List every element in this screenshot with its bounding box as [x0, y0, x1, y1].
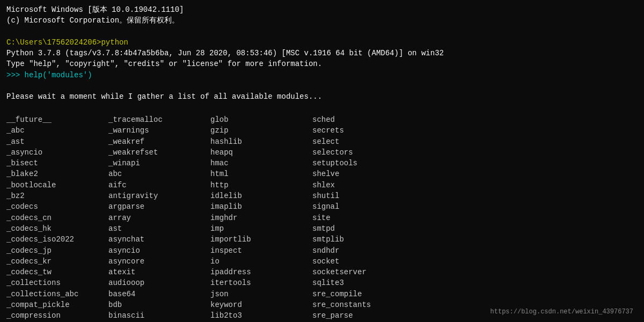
python-info-line: Type "help", "copyright", "credits" or "… [6, 58, 638, 69]
module-item: ipaddress [210, 267, 312, 277]
module-item: http [210, 180, 312, 191]
module-item: sre_compile [312, 289, 414, 299]
module-item: _warnings [108, 125, 210, 136]
module-item: signal [312, 201, 414, 212]
module-item: ast [108, 223, 210, 234]
module-item: asyncore [108, 256, 210, 267]
module-item: inspect [210, 245, 312, 256]
module-item: asynchat [108, 234, 210, 245]
module-item: imp [210, 223, 312, 234]
module-item: json [210, 289, 312, 299]
module-item: _bootlocale [6, 180, 108, 191]
module-item: sre_parse [312, 310, 414, 321]
module-item: _tracemalloc [108, 114, 210, 125]
module-item: _codecs_cn [6, 213, 108, 223]
module-item: _codecs [6, 201, 108, 212]
module-item: atexit [108, 267, 210, 277]
terminal-window: Microsoft Windows [版本 10.0.19042.1110] (… [6, 4, 638, 318]
module-item: antigravity [108, 191, 210, 201]
module-item: _codecs_tw [6, 267, 108, 277]
module-item: _blake2 [6, 169, 108, 179]
wait-message: Please wait a moment while I gather a li… [6, 91, 638, 102]
module-item: _compression [6, 310, 108, 321]
module-item: audiooop [108, 277, 210, 288]
module-item: heapq [210, 147, 312, 158]
module-item: smtplib [312, 234, 414, 245]
module-item: _bisect [6, 158, 108, 169]
module-item: bdb [108, 299, 210, 310]
module-item: _codecs_kr [6, 256, 108, 267]
module-item: aifc [108, 180, 210, 191]
module-item: _ast [6, 136, 108, 147]
module-item: shutil [312, 191, 414, 201]
module-item: abc [108, 169, 210, 179]
module-item: shelve [312, 169, 414, 179]
module-item: sqlite3 [312, 277, 414, 288]
module-item: gzip [210, 125, 312, 136]
module-item: keyword [210, 299, 312, 310]
module-item: secrets [312, 125, 414, 136]
module-item: select [312, 136, 414, 147]
module-item: _codecs_jp [6, 245, 108, 256]
modules-grid: __future___tracemallocglobsched_abc_warn… [6, 114, 638, 322]
module-item: _compat_pickle [6, 299, 108, 310]
module-item: __future__ [6, 114, 108, 125]
module-item: _weakrefset [108, 147, 210, 158]
module-item: lib2to3 [210, 310, 312, 321]
module-item: socket [312, 256, 414, 267]
python-version-line: Python 3.7.8 (tags/v3.7.8:4b47a5b6ba, Ju… [6, 48, 638, 58]
watermark: https://blog.csdn.net/weixin_43976737 [491, 308, 633, 316]
module-item: hmac [210, 158, 312, 169]
module-item: importlib [210, 234, 312, 245]
module-item: binascii [108, 310, 210, 321]
header-line-1: Microsoft Windows [版本 10.0.19042.1110] [6, 4, 638, 15]
module-item: argparse [108, 201, 210, 212]
module-item: _collections_abc [6, 289, 108, 299]
module-item: _collections [6, 277, 108, 288]
module-item: sre_constants [312, 299, 414, 310]
module-item: _abc [6, 125, 108, 136]
help-command-line: >>> help('modules') [6, 70, 638, 80]
prompt-line: C:\Users\17562024206>python [6, 37, 638, 48]
module-item: asyncio [108, 245, 210, 256]
module-item: _codecs_iso2022 [6, 234, 108, 245]
module-item: _weakref [108, 136, 210, 147]
module-item: setuptools [312, 158, 414, 169]
module-item: hashlib [210, 136, 312, 147]
module-item: glob [210, 114, 312, 125]
module-item: imghdr [210, 213, 312, 223]
module-item: sndhdr [312, 245, 414, 256]
header-line-2: (c) Microsoft Corporation。保留所有权利。 [6, 15, 638, 26]
module-item: selectors [312, 147, 414, 158]
module-item: html [210, 169, 312, 179]
module-item: io [210, 256, 312, 267]
module-item: _asyncio [6, 147, 108, 158]
module-item: socketserver [312, 267, 414, 277]
module-item: idlelib [210, 191, 312, 201]
module-item: site [312, 213, 414, 223]
module-item: _codecs_hk [6, 223, 108, 234]
module-item: imaplib [210, 201, 312, 212]
module-item: array [108, 213, 210, 223]
module-item: smtpd [312, 223, 414, 234]
module-item: _bz2 [6, 191, 108, 201]
module-item: base64 [108, 289, 210, 299]
module-item: _winapi [108, 158, 210, 169]
module-item: itertools [210, 277, 312, 288]
module-item: shlex [312, 180, 414, 191]
module-item: sched [312, 114, 414, 125]
